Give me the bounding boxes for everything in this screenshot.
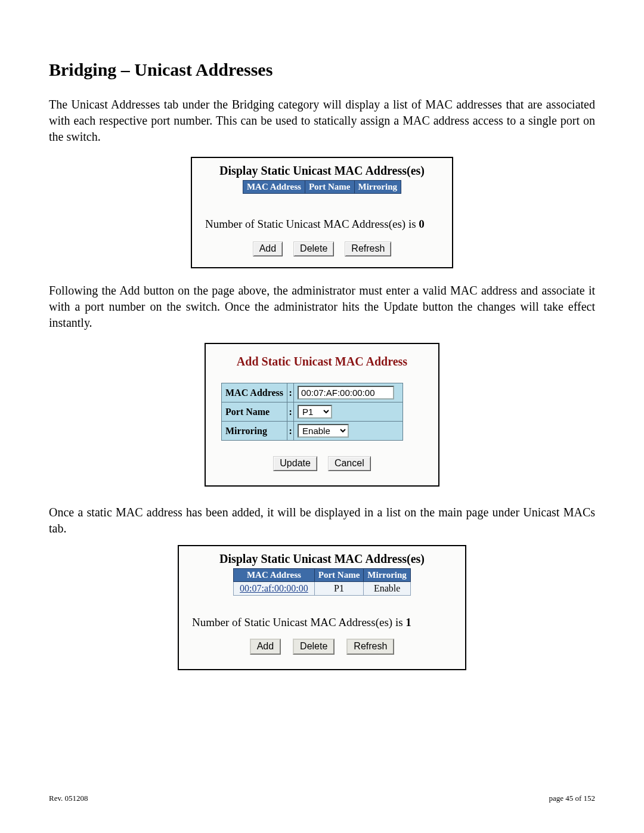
display-mac-panel-populated: Display Static Unicast MAC Address(es) M…	[178, 545, 466, 670]
panel1-col-mac: MAC Address	[243, 181, 305, 194]
display-mac-panel-empty: Display Static Unicast MAC Address(es) M…	[191, 157, 453, 268]
add-button[interactable]: Add	[253, 241, 283, 256]
add-mac-panel: Add Static Unicast MAC Address MAC Addre…	[205, 343, 439, 487]
panel3-col-mac: MAC Address	[234, 569, 315, 582]
panel1-count-value: 0	[419, 218, 425, 230]
page-footer: Rev. 051208 page 45 of 152	[49, 794, 595, 803]
intro-paragraph-3: Once a static MAC address has been added…	[49, 504, 595, 537]
sep-1: :	[287, 383, 294, 402]
refresh-button-2[interactable]: Refresh	[346, 639, 394, 655]
panel1-header-table: MAC Address Port Name Mirroring	[243, 180, 401, 194]
panel3-title: Display Static Unicast MAC Address(es)	[187, 552, 457, 566]
panel1-title: Display Static Unicast MAC Address(es)	[200, 164, 444, 178]
sep-2: :	[287, 402, 294, 422]
panel1-col-port: Port Name	[305, 181, 354, 194]
mac-address-label: MAC Address	[222, 383, 287, 402]
update-button[interactable]: Update	[273, 456, 317, 471]
panel3-col-mirroring: Mirroring	[364, 569, 411, 582]
page-title: Bridging – Unicast Addresses	[49, 60, 595, 80]
panel1-count-line: Number of Static Unicast MAC Address(es)…	[200, 218, 444, 231]
panel1-col-mirroring: Mirroring	[354, 181, 401, 194]
table-row: 00:07:af:00:00:00 P1 Enable	[234, 582, 411, 596]
panel1-count-prefix: Number of Static Unicast MAC Address(es)…	[205, 218, 419, 230]
delete-button[interactable]: Delete	[293, 241, 334, 256]
port-name-select[interactable]: P1	[298, 405, 332, 419]
mac-address-input[interactable]	[298, 386, 394, 400]
footer-page: page 45 of 152	[549, 794, 595, 803]
mirroring-label: Mirroring	[222, 422, 287, 441]
panel3-count-line: Number of Static Unicast MAC Address(es)…	[187, 616, 457, 629]
panel3-table: MAC Address Port Name Mirroring 00:07:af…	[233, 568, 411, 596]
port-cell: P1	[314, 582, 364, 596]
footer-rev: Rev. 051208	[49, 794, 88, 803]
intro-paragraph-1: The Unicast Addresses tab under the Brid…	[49, 97, 595, 145]
intro-paragraph-2: Following the Add button on the page abo…	[49, 283, 595, 331]
panel3-count-prefix: Number of Static Unicast MAC Address(es)…	[192, 616, 405, 628]
add-button-2[interactable]: Add	[250, 639, 281, 655]
port-name-label: Port Name	[222, 402, 287, 422]
panel3-count-value: 1	[405, 616, 411, 628]
sep-3: :	[287, 422, 294, 441]
mac-link-cell: 00:07:af:00:00:00	[234, 582, 315, 596]
mirroring-cell: Enable	[364, 582, 411, 596]
mac-link[interactable]: 00:07:af:00:00:00	[240, 583, 308, 593]
add-mac-form-table: MAC Address : Port Name : P1	[221, 383, 403, 441]
cancel-button[interactable]: Cancel	[328, 456, 371, 471]
panel2-title: Add Static Unicast MAC Address	[221, 355, 423, 368]
refresh-button[interactable]: Refresh	[345, 241, 391, 256]
panel3-col-port: Port Name	[314, 569, 364, 582]
delete-button-2[interactable]: Delete	[293, 639, 335, 655]
mirroring-select[interactable]: Enable	[298, 424, 349, 438]
